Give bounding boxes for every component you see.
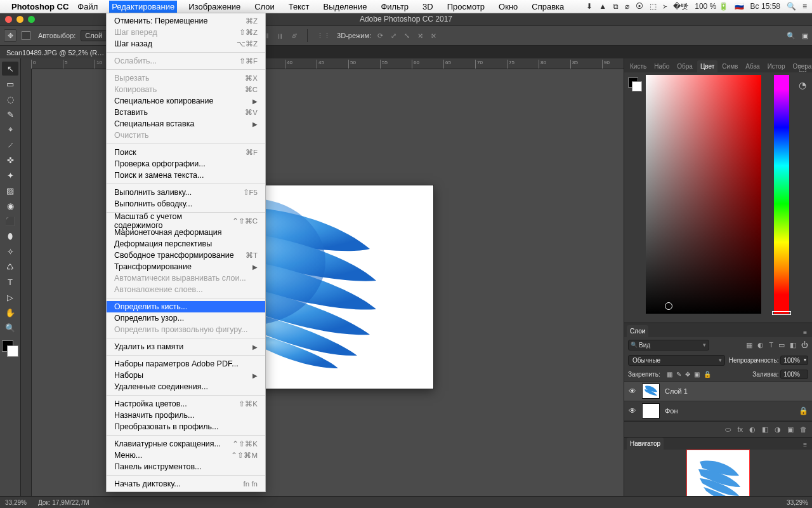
tool-14[interactable]: T — [2, 275, 18, 289]
layer-action-icon[interactable]: 🗑 — [800, 425, 807, 433]
tab-Кисть[interactable]: Кисть — [627, 60, 650, 72]
tab-Абза[interactable]: Абза — [742, 60, 763, 72]
menu-item[interactable]: Преобразовать в профиль... — [107, 421, 265, 432]
app-name[interactable]: Photoshop CC — [11, 2, 69, 11]
layer-action-icon[interactable]: ⬭ — [725, 425, 731, 434]
filter-icon[interactable]: ◧ — [790, 341, 796, 349]
tool-4[interactable]: ⌖ — [2, 123, 18, 137]
tool-10[interactable]: ⬛ — [2, 214, 18, 228]
menu-item[interactable]: Выполнить заливку...⇧F5 — [107, 187, 265, 198]
search-icon[interactable]: 🔍 — [787, 32, 796, 40]
menu-item[interactable]: Масштаб с учетом содержимого⌃⇧⌘C — [107, 215, 265, 227]
menu-item[interactable]: Определить узор... — [107, 312, 265, 324]
tool-15[interactable]: ▷ — [2, 290, 18, 304]
layer-action-icon[interactable]: ◑ — [775, 425, 781, 434]
tool-12[interactable]: ✧ — [2, 244, 18, 258]
filter-toggle[interactable]: ⏻ — [801, 341, 808, 349]
menu-item[interactable]: Вставить⌘V — [107, 107, 265, 118]
clock[interactable]: Вс 15:58 — [750, 2, 780, 11]
tool-13[interactable]: ♺ — [2, 260, 18, 274]
tab-Истор[interactable]: Истор — [764, 60, 789, 72]
filter-icon[interactable]: ▭ — [778, 341, 785, 349]
panel-menu-icon[interactable]: ≡ — [801, 440, 809, 450]
menu-фильтр[interactable]: Фильтр — [378, 1, 411, 13]
menu-изображение[interactable]: Изображение — [186, 1, 243, 13]
menu-item[interactable]: Клавиатурные сокращения...⌃⇧⌘K — [107, 438, 265, 450]
layer-action-icon[interactable]: ◧ — [762, 425, 768, 434]
menu-item[interactable]: Выполнить обводку... — [107, 198, 265, 210]
opacity-value[interactable]: 100% — [780, 356, 808, 365]
menu-item[interactable]: Поиск⌘F — [107, 147, 265, 158]
wifi-icon[interactable]: �빳 — [673, 1, 688, 12]
menu-item[interactable]: Наборы▶ — [107, 370, 265, 381]
autoselect-checkbox[interactable] — [22, 31, 30, 40]
document-tab[interactable]: Scan10489.JPG @ 52,2% (R… × — [0, 46, 120, 60]
workspace-icon[interactable]: ▣ — [802, 32, 808, 40]
tray-icon[interactable]: ▲ — [599, 2, 606, 11]
spotlight-icon[interactable]: 🔍 — [787, 2, 796, 11]
3d-icon[interactable]: ⤡ — [403, 32, 411, 40]
menu-3d[interactable]: 3D — [420, 1, 436, 13]
menu-item[interactable]: Начать диктовку...fn fn — [107, 478, 265, 490]
tool-5[interactable]: ⟋ — [2, 138, 18, 152]
menu-icon[interactable]: ≡ — [802, 2, 807, 11]
menu-item[interactable]: Деформация перспективы — [107, 238, 265, 250]
tool-17[interactable]: 🔍 — [2, 321, 18, 335]
tab-Симв[interactable]: Симв — [719, 60, 741, 72]
layer-filter-select[interactable]: Вид — [628, 340, 709, 351]
3d-icon[interactable]: ⤢ — [390, 32, 398, 40]
menu-редактирование[interactable]: Редактирование — [109, 1, 177, 13]
tool-3[interactable]: ✎ — [2, 107, 18, 121]
color-swatches[interactable] — [628, 77, 642, 91]
battery[interactable]: 100 % 🔋 — [695, 2, 728, 11]
distribute-icon[interactable]: ⫼ — [275, 32, 285, 39]
filter-icon[interactable]: ▦ — [746, 341, 752, 349]
lock-icon[interactable]: ✥ — [685, 371, 690, 378]
menu-справка[interactable]: Справка — [529, 1, 566, 13]
status-doc-size[interactable]: Док: 17,9M/22,7M — [38, 499, 89, 506]
filter-icon[interactable]: T — [769, 341, 773, 349]
menu-item[interactable]: Поиск и замена текста... — [107, 170, 265, 181]
distribute-icon[interactable]: ⫻ — [290, 32, 299, 39]
tray-icon[interactable]: ⬇︎ — [586, 2, 593, 11]
foreground-background-swatches[interactable] — [2, 340, 18, 357]
tab-layers[interactable]: Слои — [627, 325, 648, 337]
menu-item[interactable]: Трансформирование▶ — [107, 261, 265, 272]
tool-9[interactable]: ◉ — [2, 199, 18, 213]
lock-icon[interactable]: ▣ — [694, 371, 700, 378]
tool-8[interactable]: ▨ — [2, 184, 18, 197]
hue-slider[interactable] — [774, 75, 789, 314]
menu-текст[interactable]: Текст — [286, 1, 312, 13]
menu-item[interactable]: Назначить профиль... — [107, 410, 265, 421]
tab-navigator[interactable]: Навигатор — [627, 438, 664, 450]
tray-icon[interactable]: ⌀ — [625, 2, 629, 11]
tool-7[interactable]: ✦ — [2, 168, 18, 182]
layer-action-icon[interactable]: ◐ — [749, 425, 756, 434]
tab-Цвет[interactable]: Цвет — [697, 60, 717, 72]
menu-item[interactable]: Свободное трансформирование⌘T — [107, 250, 265, 261]
tool-11[interactable]: ⬮ — [2, 229, 18, 243]
menu-item[interactable]: Проверка орфографии... — [107, 158, 265, 170]
menu-item[interactable]: Марионеточная деформация — [107, 227, 265, 238]
tool-1[interactable]: ▭ — [2, 77, 18, 91]
menu-item[interactable]: Настройка цветов...⇧⌘K — [107, 398, 265, 410]
dots-icon[interactable]: ⋮⋮ — [315, 32, 332, 40]
move-tool-icon[interactable]: ✥ — [4, 29, 16, 42]
layer-name[interactable]: Фон — [665, 407, 678, 415]
filter-icon[interactable]: ◐ — [757, 341, 764, 349]
color-field[interactable] — [646, 75, 761, 314]
lock-icon[interactable]: ▦ — [667, 371, 672, 378]
3d-icon[interactable]: ⤪ — [429, 32, 438, 40]
tab-Обра[interactable]: Обра — [674, 60, 696, 72]
tool-0[interactable]: ↖ — [2, 62, 18, 76]
tab-Набо[interactable]: Набо — [651, 60, 672, 72]
visibility-icon[interactable]: 👁 — [628, 387, 637, 396]
menu-item[interactable]: Наборы параметров Adobe PDF... — [107, 358, 265, 370]
fill-value[interactable]: 100% — [780, 370, 808, 379]
menu-item[interactable]: Специальная вставка▶ — [107, 118, 265, 130]
menu-слои[interactable]: Слои — [252, 1, 277, 13]
menu-item[interactable]: Шаг назад⌥⌘Z — [107, 38, 265, 50]
menu-item[interactable]: Меню...⌃⇧⌘M — [107, 450, 265, 461]
tray-icon[interactable]: ⧉ — [613, 2, 619, 11]
menu-просмотр[interactable]: Просмотр — [445, 1, 487, 13]
